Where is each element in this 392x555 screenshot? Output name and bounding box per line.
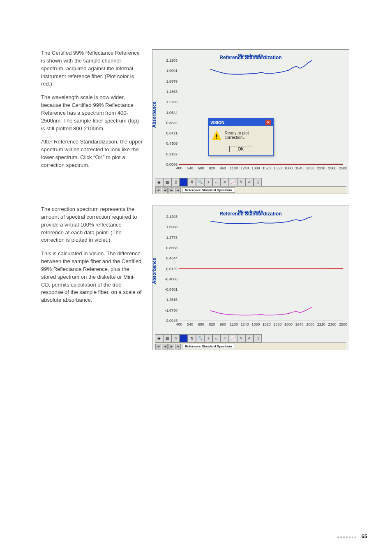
y-tick: 1.2773 (158, 236, 178, 240)
tab-next-icon[interactable]: ▶ (168, 344, 174, 349)
close-icon[interactable]: ✕ (265, 120, 271, 125)
toolbar-color-icon[interactable] (180, 334, 188, 342)
chart-toolbar: ◉ ▦ ⎙ ⇅ 🔍 ⌖ ▭ ≡ 📈 ✎ ✐ ⌷ (155, 334, 346, 342)
y-tick: 0.4309 (158, 141, 178, 146)
x-tick: 2360 (328, 166, 336, 170)
chart-panel-1: Reference Standardization Absorbance VIS… (152, 49, 349, 194)
x-tick: 960 (220, 166, 226, 170)
x-tick: 680 (198, 166, 204, 170)
y-tick: 0.0086 (158, 162, 178, 166)
x-tick: 960 (220, 322, 226, 326)
plot-area: VISION ✕ ! Ready to plot correction… OK (179, 60, 343, 165)
y-tick: 0.8558 (158, 246, 178, 250)
chart-title: Reference Standardization (155, 211, 346, 217)
tab-first-icon[interactable]: ⏮ (155, 344, 161, 349)
x-tick: 1240 (241, 322, 249, 326)
text-column-2: The correction spectrum represents the a… (41, 206, 144, 350)
dialog-message: Ready to plot correction… (225, 131, 270, 140)
tab-strip: ⏮ ◀ ▶ ⏭ Reference Standard Spectrum (155, 186, 346, 194)
y-tick: 1.4868 (158, 90, 178, 94)
paragraph: The correction spectrum represents the a… (41, 206, 144, 244)
x-tick: 2500 (339, 166, 347, 170)
y-tick: 1.6988 (158, 225, 178, 229)
plot-area: 2.12031.69881.27730.85580.43440.0129-0.4… (179, 217, 343, 321)
toolbar-select-icon[interactable]: ▭ (212, 334, 221, 342)
tab-strip: ⏮ ◀ ▶ ⏭ Reference Standard Spectrum (155, 342, 346, 350)
toolbar-grid-icon[interactable]: ▦ (163, 178, 171, 186)
x-tick: 1660 (273, 166, 281, 170)
ok-button[interactable]: OK (229, 146, 252, 152)
tab-first-icon[interactable]: ⏮ (155, 187, 161, 193)
toolbar-annotate-icon[interactable]: ✐ (245, 334, 254, 342)
toolbar-chart-icon[interactable]: 📈 (229, 178, 237, 186)
toolbar-arrows-icon[interactable]: ⇅ (188, 334, 196, 342)
y-tick: 0.8532 (158, 121, 178, 125)
tab-name[interactable]: Reference Standard Spectrum (182, 344, 235, 349)
x-tick: 400 (176, 322, 182, 326)
tab-next-icon[interactable]: ▶ (168, 187, 174, 193)
toolbar-eraser-icon[interactable]: ✎ (237, 334, 245, 342)
toolbar-list-icon[interactable]: ≡ (221, 334, 229, 342)
y-tick: 0.4344 (158, 256, 178, 260)
text-column-1: The Certified 99% Reflectance Reference … (41, 49, 144, 194)
x-tick: 540 (187, 322, 193, 326)
x-tick: 1800 (284, 322, 293, 326)
tab-prev-icon[interactable]: ◀ (162, 187, 168, 193)
x-tick: 1940 (295, 322, 304, 326)
series-reflectance-reference (179, 164, 343, 164)
y-axis-label: Absorbance (152, 102, 157, 128)
vision-dialog: VISION ✕ ! Ready to plot correction… OK (208, 118, 274, 156)
toolbar-chart-icon[interactable]: 📈 (229, 334, 237, 342)
toolbar-arrows-icon[interactable]: ⇅ (188, 178, 196, 186)
y-tick: -2.0945 (158, 319, 178, 323)
toolbar-select-icon[interactable]: ▭ (212, 178, 221, 186)
x-tick: 1100 (230, 322, 238, 326)
toolbar-print-icon[interactable]: ⎙ (171, 178, 180, 186)
toolbar-pointer-icon[interactable]: ⌖ (204, 334, 212, 342)
toolbar-zoom-icon[interactable]: 🔍 (196, 178, 204, 186)
series-sample-fiber (210, 217, 312, 224)
x-tick: 400 (176, 166, 182, 170)
dialog-title-text: VISION (210, 120, 224, 125)
chart-panel-2: Reference Standardization Absorbance 2.1… (152, 206, 349, 350)
toolbar-spectrum-icon[interactable]: ◉ (155, 178, 163, 186)
x-tick: 1520 (263, 166, 271, 170)
page-number: 65 (362, 533, 367, 539)
toolbar-stats-icon[interactable]: ⌷ (254, 178, 262, 186)
paragraph: The Certified 99% Reflectance Reference … (41, 49, 144, 88)
tab-last-icon[interactable]: ⏭ (175, 187, 181, 193)
tab-last-icon[interactable]: ⏭ (175, 344, 181, 349)
x-tick: 2500 (339, 322, 347, 326)
y-tick: -0.4086 (158, 277, 178, 281)
chart-title: Reference Standardization (155, 55, 346, 60)
toolbar-color-icon[interactable] (180, 178, 188, 186)
toolbar-zoom-icon[interactable]: 🔍 (196, 334, 204, 342)
series-correction (210, 307, 312, 315)
toolbar-print-icon[interactable]: ⎙ (171, 334, 180, 342)
tab-prev-icon[interactable]: ◀ (162, 344, 168, 349)
toolbar-stats-icon[interactable]: ⌷ (254, 334, 262, 342)
toolbar-eraser-icon[interactable]: ✎ (237, 178, 245, 186)
x-tick: 820 (209, 166, 215, 170)
toolbar-list-icon[interactable]: ≡ (221, 178, 229, 186)
x-tick: 540 (187, 166, 193, 170)
y-tick: 0.0129 (158, 267, 178, 271)
y-tick: 2.1203 (158, 58, 178, 62)
tab-name[interactable]: Reference Standard Spectrum (182, 187, 235, 193)
x-tick: 2220 (317, 166, 325, 170)
y-tick: -1.6730 (158, 308, 178, 312)
y-tick: -0.8301 (158, 287, 178, 291)
y-tick: 2.1203 (158, 215, 178, 219)
y-tick: 0.2197 (158, 152, 178, 156)
x-tick: 2220 (317, 322, 325, 326)
toolbar-pointer-icon[interactable]: ⌖ (204, 178, 212, 186)
toolbar-annotate-icon[interactable]: ✐ (245, 178, 254, 186)
x-tick: 2080 (306, 322, 314, 326)
y-tick: 1.6979 (158, 79, 178, 83)
toolbar-grid-icon[interactable]: ▦ (163, 334, 171, 342)
chart-toolbar: ◉ ▦ ⎙ ⇅ 🔍 ⌖ ▭ ≡ 📈 ✎ ✐ ⌷ (155, 178, 346, 186)
x-tick: 1380 (251, 322, 260, 326)
y-tick: 1.2756 (158, 100, 178, 104)
series-sample-fiber (210, 60, 312, 74)
toolbar-spectrum-icon[interactable]: ◉ (155, 334, 163, 342)
